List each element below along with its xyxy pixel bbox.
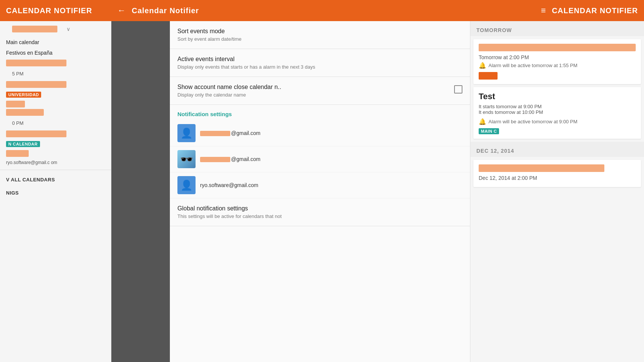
active-events-subtitle: Display only events that starts or has a…: [177, 64, 462, 70]
sidebar-bar-4: [6, 101, 25, 107]
active-events-item[interactable]: Active events interval Display only even…: [170, 49, 470, 77]
tomorrow-header: TOMORROW: [470, 21, 644, 36]
bell-icon-1: 🔔: [479, 62, 486, 69]
email-bar-2: [200, 157, 230, 162]
settings-panel: Sort events mode Sort by event alarm dat…: [170, 21, 470, 362]
sidebar-main-calendar[interactable]: Main calendar: [0, 37, 111, 48]
account-row-2[interactable]: 🕶️ @gmail.com: [170, 146, 470, 172]
top-bar-right-title: CALENDAR NOTIFIER: [552, 6, 638, 15]
email-bar-1: [200, 131, 230, 136]
account-email-2: @gmail.com: [200, 156, 260, 162]
account-row-1[interactable]: 👤 @gmail.com: [170, 120, 470, 146]
sidebar-time-1: 5 PM: [6, 69, 29, 78]
top-bar-center: ← Calendar Notifier: [111, 6, 470, 15]
avatar-1: 👤: [177, 124, 196, 142]
n-calendar-tag: N CALENDAR: [6, 141, 40, 147]
account-email-1: @gmail.com: [200, 130, 260, 136]
sidebar-settings[interactable]: NIGS: [0, 186, 111, 199]
global-notification-title: Global notification settings: [177, 205, 462, 212]
person-icon-3: 👤: [180, 179, 193, 191]
back-icon[interactable]: ←: [117, 6, 126, 15]
event-2-starts: It starts tomorrow at 9:00 PM: [479, 104, 636, 109]
top-bar-left-title: CALENDAR NOTIFIER: [6, 6, 92, 15]
show-account-checkbox[interactable]: [454, 85, 462, 94]
bell-icon-2: 🔔: [479, 118, 486, 125]
avatar-2: 🕶️: [177, 150, 196, 168]
event-2-ends: It ends tomorrow at 10:00 PM: [479, 109, 636, 115]
event-card-2[interactable]: Test It starts tomorrow at 9:00 PM It en…: [473, 87, 641, 139]
top-bar-right: ≡ CALENDAR NOTIFIER: [470, 6, 644, 15]
universidad-tag: UNIVERSIDAD: [6, 92, 41, 98]
event-1-time: Tomorrow at 2:00 PM: [479, 54, 636, 60]
event-2-tag: MAIN C: [479, 128, 499, 134]
global-notification-subtitle: This settings will be active for calenda…: [177, 213, 462, 219]
notification-settings-header: Notification settings: [170, 105, 470, 120]
dec-header: DEC 12, 2014: [470, 142, 644, 157]
sidebar-view-all[interactable]: V ALL CALENDARS: [0, 173, 111, 186]
sidebar-bar-3: [6, 81, 66, 88]
active-events-title: Active events interval: [177, 56, 462, 63]
sidebar-festivos[interactable]: Festivos en España: [0, 48, 111, 58]
right-panel: TOMORROW Tomorrow at 2:00 PM 🔔 Alarm wil…: [470, 21, 644, 362]
global-notification-item[interactable]: Global notification settings This settin…: [170, 198, 470, 226]
person-icon-1: 👤: [180, 127, 193, 139]
sort-events-title: Sort events mode: [177, 28, 462, 35]
event-2-alarm-text: Alarm will be active tomorrow at 9:00 PM: [488, 119, 578, 124]
sidebar-bar-2: [6, 60, 66, 66]
event-1-alarm-text: Alarm will be active tomorrow at 1:55 PM: [488, 63, 578, 68]
top-bar-center-title: Calendar Notifier: [132, 6, 199, 15]
event-1-alarm-row: 🔔 Alarm will be active tomorrow at 1:55 …: [479, 62, 636, 69]
account-row-3[interactable]: 👤 ryo.software@gmail.com: [170, 172, 470, 198]
show-account-title: Show account name close calendar n..: [177, 84, 281, 90]
top-bar: CALENDAR NOTIFIER ← Calendar Notifier ≡ …: [0, 0, 644, 21]
person-photo-icon: 🕶️: [180, 153, 193, 166]
sort-events-subtitle: Sort by event alarm date/time: [177, 36, 462, 42]
account-email-3: ryo.software@gmail.com: [200, 182, 258, 188]
event-card-3[interactable]: Dec 12, 2014 at 2:00 PM: [473, 160, 641, 187]
sidebar-bar-5: [6, 109, 44, 116]
left-sidebar: ∨ Main calendar Festivos en España 5 PM …: [0, 21, 111, 362]
sidebar-bar-1: [12, 26, 57, 32]
show-account-subtitle: Display only the calendar name: [177, 92, 281, 98]
event-color-bar-1: [479, 44, 636, 51]
event-2-alarm-row: 🔔 Alarm will be active tomorrow at 9:00 …: [479, 118, 636, 125]
event-2-title: Test: [479, 92, 636, 101]
event-3-time: Dec 12, 2014 at 2:00 PM: [479, 175, 636, 181]
dark-panel: [111, 21, 170, 362]
event-1-tag-bar: [479, 72, 498, 80]
sidebar-bar-6: [6, 130, 66, 137]
event-card-1[interactable]: Tomorrow at 2:00 PM 🔔 Alarm will be acti…: [473, 39, 641, 84]
show-account-item[interactable]: Show account name close calendar n.. Dis…: [170, 77, 470, 105]
avatar-3: 👤: [177, 176, 196, 194]
hamburger-menu-icon[interactable]: ≡: [541, 6, 546, 15]
chevron-icon-1[interactable]: ∨: [66, 26, 70, 32]
event-color-bar-3: [479, 164, 604, 172]
sidebar-time-2: 0 PM: [6, 119, 29, 127]
top-bar-left: CALENDAR NOTIFIER: [0, 6, 111, 15]
sidebar-email: ryo.software@gmail.c om: [0, 158, 111, 167]
main-area: ∨ Main calendar Festivos en España 5 PM …: [0, 21, 644, 362]
sidebar-bar-7: [6, 150, 29, 157]
sort-events-item[interactable]: Sort events mode Sort by event alarm dat…: [170, 21, 470, 49]
